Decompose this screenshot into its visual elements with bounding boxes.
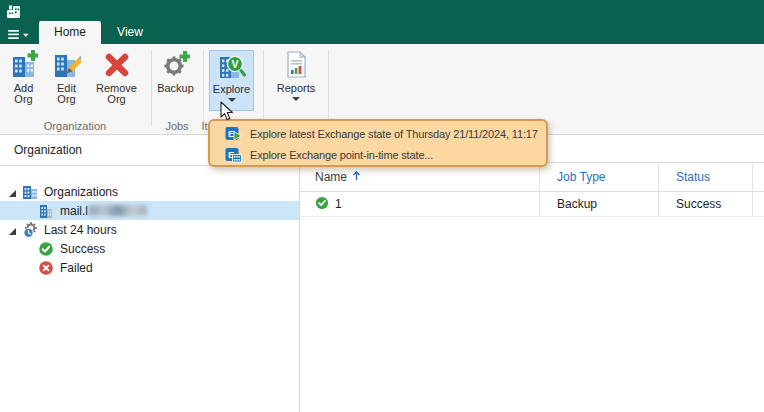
explore-dropdown-caret-icon — [228, 98, 236, 102]
menu-item-explore-latest-state[interactable]: E Explore latest Exchange state of Thurs… — [210, 123, 546, 144]
file-menu-button[interactable] — [8, 27, 32, 45]
ribbon-group-organization: Organization — [8, 120, 142, 132]
tree-item-label: Success — [60, 242, 105, 256]
column-header-name[interactable]: Name — [300, 163, 540, 191]
add-org-label: Add Org — [9, 83, 39, 105]
row-job-type-text: Backup — [557, 197, 597, 211]
tree-item-success[interactable]: Success — [0, 239, 299, 258]
svg-text:E: E — [228, 128, 234, 139]
reports-label: Reports — [271, 83, 321, 94]
reports-button[interactable]: Reports — [271, 50, 321, 111]
column-header-job-type[interactable]: Job Type — [540, 163, 659, 191]
explore-button[interactable]: V Explore — [209, 50, 254, 111]
menu-item-label: Explore latest Exchange state of Thursda… — [250, 128, 538, 140]
edit-org-label: Edit Org — [52, 83, 82, 105]
ribbon-separator — [151, 50, 152, 126]
backup-button[interactable]: Backup — [154, 50, 197, 111]
ribbon-separator — [328, 50, 329, 126]
row-status-text: Success — [676, 197, 721, 211]
backup-icon — [154, 50, 197, 81]
tab-view-label: View — [117, 25, 143, 39]
row-name-text: 1 — [335, 197, 342, 211]
menu-item-label: Explore Exchange point-in-time state... — [250, 149, 433, 161]
tree-item-last-24-hours[interactable]: Last 24 hours — [0, 220, 299, 239]
ribbon-tab-strip: Home View — [0, 21, 764, 44]
row-status-cell: Success — [659, 192, 753, 216]
sort-ascending-icon — [352, 170, 361, 184]
org-name-text: mail.l — [60, 204, 88, 218]
exchange-latest-icon: E — [225, 126, 242, 142]
exchange-point-in-time-icon: E — [225, 147, 242, 163]
explore-icon: V — [210, 51, 253, 82]
tree-item-label: Last 24 hours — [44, 223, 117, 237]
reports-icon — [271, 50, 321, 81]
success-icon — [38, 241, 54, 257]
organization-tree: Organizations — [0, 166, 299, 277]
redacted-text — [89, 205, 147, 216]
column-header-label: Name — [315, 170, 347, 184]
title-bar — [0, 0, 764, 21]
ribbon-separator — [263, 50, 264, 126]
column-header-status[interactable]: Status — [659, 163, 753, 191]
tree-item-organizations[interactable]: Organizations — [0, 182, 299, 201]
failed-icon — [38, 260, 54, 276]
add-org-icon — [3, 50, 44, 81]
expander-icon[interactable] — [8, 187, 17, 196]
remove-org-icon — [91, 50, 142, 81]
explore-label: Explore — [210, 84, 253, 95]
organization-icon — [38, 203, 54, 219]
remove-org-button[interactable]: Remove Org — [91, 50, 142, 111]
tab-home[interactable]: Home — [39, 21, 101, 44]
edit-org-icon — [46, 50, 87, 81]
remove-org-label: Remove Org — [94, 83, 140, 105]
add-org-button[interactable]: Add Org — [3, 50, 44, 111]
tree-item-organization-mail[interactable]: mail.l — [0, 201, 299, 220]
tree-item-label: Failed — [60, 261, 93, 275]
row-job-type-cell: Backup — [540, 192, 659, 216]
organizations-icon — [22, 184, 38, 200]
organization-panel: Organization — [0, 135, 300, 412]
last-24-hours-icon — [22, 222, 38, 238]
row-name-cell: 1 — [300, 192, 540, 216]
tree-item-failed[interactable]: Failed — [0, 258, 299, 277]
svg-text:V: V — [231, 58, 238, 70]
veeam-backup-console-window: Home View — [0, 0, 764, 412]
tree-item-label: Organizations — [44, 185, 118, 199]
table-row[interactable]: 1 Backup Success — [300, 192, 764, 217]
column-header-label: Status — [676, 170, 710, 184]
explore-dropdown-menu: E Explore latest Exchange state of Thurs… — [208, 119, 548, 167]
menu-item-explore-point-in-time[interactable]: E Explore Exchange point-in-time state..… — [210, 144, 546, 165]
tree-item-label: mail.l — [60, 204, 147, 218]
column-header-label: Job Type — [557, 170, 605, 184]
success-icon — [315, 196, 329, 213]
expander-icon[interactable] — [8, 225, 17, 234]
jobs-grid: Name Job Type Status — [300, 135, 764, 412]
tab-view[interactable]: View — [103, 21, 157, 44]
reports-dropdown-caret-icon — [292, 97, 300, 101]
backup-label: Backup — [154, 83, 197, 94]
edit-org-button[interactable]: Edit Org — [46, 50, 87, 111]
tab-home-label: Home — [54, 25, 86, 39]
ribbon-separator — [203, 50, 204, 126]
